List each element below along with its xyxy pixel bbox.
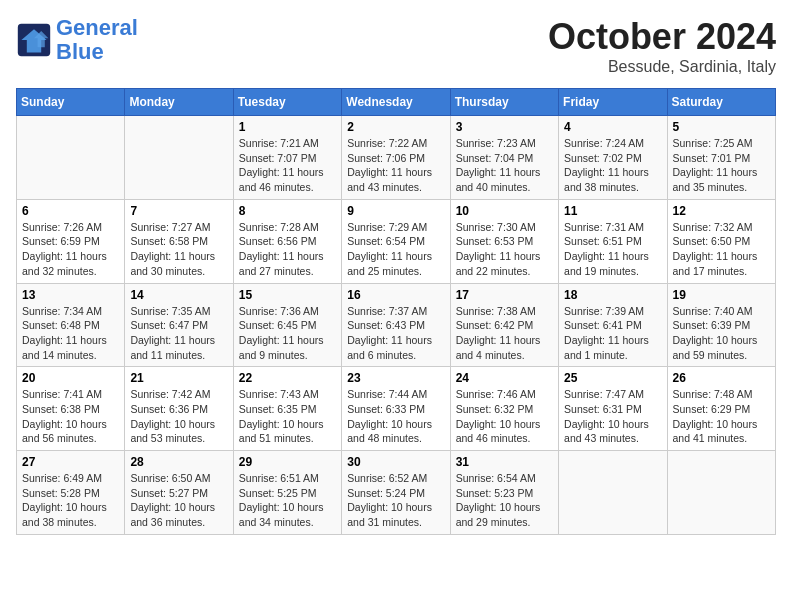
calendar-cell: 5Sunrise: 7:25 AMSunset: 7:01 PMDaylight…	[667, 116, 775, 200]
day-info: Sunrise: 7:23 AMSunset: 7:04 PMDaylight:…	[456, 136, 553, 195]
day-number: 3	[456, 120, 553, 134]
calendar-cell: 6Sunrise: 7:26 AMSunset: 6:59 PMDaylight…	[17, 199, 125, 283]
day-info: Sunrise: 7:39 AMSunset: 6:41 PMDaylight:…	[564, 304, 661, 363]
day-info: Sunrise: 6:49 AMSunset: 5:28 PMDaylight:…	[22, 471, 119, 530]
day-info: Sunrise: 7:27 AMSunset: 6:58 PMDaylight:…	[130, 220, 227, 279]
calendar-cell	[559, 451, 667, 535]
day-info: Sunrise: 7:41 AMSunset: 6:38 PMDaylight:…	[22, 387, 119, 446]
header-cell-saturday: Saturday	[667, 89, 775, 116]
calendar-cell: 7Sunrise: 7:27 AMSunset: 6:58 PMDaylight…	[125, 199, 233, 283]
page-header: General Blue October 2024 Bessude, Sardi…	[16, 16, 776, 76]
calendar-cell: 9Sunrise: 7:29 AMSunset: 6:54 PMDaylight…	[342, 199, 450, 283]
calendar-cell: 31Sunrise: 6:54 AMSunset: 5:23 PMDayligh…	[450, 451, 558, 535]
day-number: 28	[130, 455, 227, 469]
day-info: Sunrise: 7:22 AMSunset: 7:06 PMDaylight:…	[347, 136, 444, 195]
day-number: 20	[22, 371, 119, 385]
week-row-3: 13Sunrise: 7:34 AMSunset: 6:48 PMDayligh…	[17, 283, 776, 367]
logo: General Blue	[16, 16, 138, 64]
day-number: 23	[347, 371, 444, 385]
day-number: 16	[347, 288, 444, 302]
day-number: 30	[347, 455, 444, 469]
calendar-cell: 12Sunrise: 7:32 AMSunset: 6:50 PMDayligh…	[667, 199, 775, 283]
logo-text: General Blue	[56, 16, 138, 64]
day-info: Sunrise: 7:42 AMSunset: 6:36 PMDaylight:…	[130, 387, 227, 446]
location: Bessude, Sardinia, Italy	[548, 58, 776, 76]
calendar-cell: 4Sunrise: 7:24 AMSunset: 7:02 PMDaylight…	[559, 116, 667, 200]
day-info: Sunrise: 7:47 AMSunset: 6:31 PMDaylight:…	[564, 387, 661, 446]
month-title: October 2024	[548, 16, 776, 58]
day-number: 13	[22, 288, 119, 302]
day-info: Sunrise: 7:35 AMSunset: 6:47 PMDaylight:…	[130, 304, 227, 363]
day-info: Sunrise: 7:32 AMSunset: 6:50 PMDaylight:…	[673, 220, 770, 279]
day-number: 1	[239, 120, 336, 134]
calendar-cell: 21Sunrise: 7:42 AMSunset: 6:36 PMDayligh…	[125, 367, 233, 451]
calendar-cell	[17, 116, 125, 200]
calendar-cell: 28Sunrise: 6:50 AMSunset: 5:27 PMDayligh…	[125, 451, 233, 535]
day-info: Sunrise: 7:34 AMSunset: 6:48 PMDaylight:…	[22, 304, 119, 363]
calendar-cell: 18Sunrise: 7:39 AMSunset: 6:41 PMDayligh…	[559, 283, 667, 367]
day-number: 27	[22, 455, 119, 469]
day-number: 9	[347, 204, 444, 218]
calendar-cell: 1Sunrise: 7:21 AMSunset: 7:07 PMDaylight…	[233, 116, 341, 200]
calendar-cell: 2Sunrise: 7:22 AMSunset: 7:06 PMDaylight…	[342, 116, 450, 200]
calendar-cell	[125, 116, 233, 200]
day-info: Sunrise: 7:38 AMSunset: 6:42 PMDaylight:…	[456, 304, 553, 363]
day-number: 18	[564, 288, 661, 302]
week-row-1: 1Sunrise: 7:21 AMSunset: 7:07 PMDaylight…	[17, 116, 776, 200]
day-info: Sunrise: 7:31 AMSunset: 6:51 PMDaylight:…	[564, 220, 661, 279]
calendar-cell: 11Sunrise: 7:31 AMSunset: 6:51 PMDayligh…	[559, 199, 667, 283]
week-row-2: 6Sunrise: 7:26 AMSunset: 6:59 PMDaylight…	[17, 199, 776, 283]
day-number: 5	[673, 120, 770, 134]
day-number: 31	[456, 455, 553, 469]
day-number: 6	[22, 204, 119, 218]
day-number: 19	[673, 288, 770, 302]
calendar-cell: 27Sunrise: 6:49 AMSunset: 5:28 PMDayligh…	[17, 451, 125, 535]
day-info: Sunrise: 7:43 AMSunset: 6:35 PMDaylight:…	[239, 387, 336, 446]
calendar-cell: 25Sunrise: 7:47 AMSunset: 6:31 PMDayligh…	[559, 367, 667, 451]
day-info: Sunrise: 7:21 AMSunset: 7:07 PMDaylight:…	[239, 136, 336, 195]
calendar-cell: 20Sunrise: 7:41 AMSunset: 6:38 PMDayligh…	[17, 367, 125, 451]
day-info: Sunrise: 7:36 AMSunset: 6:45 PMDaylight:…	[239, 304, 336, 363]
calendar-cell: 29Sunrise: 6:51 AMSunset: 5:25 PMDayligh…	[233, 451, 341, 535]
calendar-cell: 30Sunrise: 6:52 AMSunset: 5:24 PMDayligh…	[342, 451, 450, 535]
day-number: 11	[564, 204, 661, 218]
calendar-cell: 10Sunrise: 7:30 AMSunset: 6:53 PMDayligh…	[450, 199, 558, 283]
header-row: SundayMondayTuesdayWednesdayThursdayFrid…	[17, 89, 776, 116]
day-number: 24	[456, 371, 553, 385]
day-number: 25	[564, 371, 661, 385]
day-info: Sunrise: 7:46 AMSunset: 6:32 PMDaylight:…	[456, 387, 553, 446]
day-info: Sunrise: 6:50 AMSunset: 5:27 PMDaylight:…	[130, 471, 227, 530]
calendar-table: SundayMondayTuesdayWednesdayThursdayFrid…	[16, 88, 776, 535]
calendar-body: 1Sunrise: 7:21 AMSunset: 7:07 PMDaylight…	[17, 116, 776, 535]
header-cell-sunday: Sunday	[17, 89, 125, 116]
day-info: Sunrise: 7:30 AMSunset: 6:53 PMDaylight:…	[456, 220, 553, 279]
calendar-header: SundayMondayTuesdayWednesdayThursdayFrid…	[17, 89, 776, 116]
week-row-5: 27Sunrise: 6:49 AMSunset: 5:28 PMDayligh…	[17, 451, 776, 535]
day-info: Sunrise: 7:40 AMSunset: 6:39 PMDaylight:…	[673, 304, 770, 363]
calendar-cell: 19Sunrise: 7:40 AMSunset: 6:39 PMDayligh…	[667, 283, 775, 367]
day-number: 7	[130, 204, 227, 218]
day-number: 2	[347, 120, 444, 134]
week-row-4: 20Sunrise: 7:41 AMSunset: 6:38 PMDayligh…	[17, 367, 776, 451]
day-info: Sunrise: 7:37 AMSunset: 6:43 PMDaylight:…	[347, 304, 444, 363]
day-number: 26	[673, 371, 770, 385]
day-info: Sunrise: 7:25 AMSunset: 7:01 PMDaylight:…	[673, 136, 770, 195]
calendar-cell: 22Sunrise: 7:43 AMSunset: 6:35 PMDayligh…	[233, 367, 341, 451]
day-number: 29	[239, 455, 336, 469]
header-cell-friday: Friday	[559, 89, 667, 116]
calendar-cell: 23Sunrise: 7:44 AMSunset: 6:33 PMDayligh…	[342, 367, 450, 451]
calendar-cell: 8Sunrise: 7:28 AMSunset: 6:56 PMDaylight…	[233, 199, 341, 283]
calendar-cell: 24Sunrise: 7:46 AMSunset: 6:32 PMDayligh…	[450, 367, 558, 451]
header-cell-wednesday: Wednesday	[342, 89, 450, 116]
calendar-cell: 17Sunrise: 7:38 AMSunset: 6:42 PMDayligh…	[450, 283, 558, 367]
day-info: Sunrise: 7:28 AMSunset: 6:56 PMDaylight:…	[239, 220, 336, 279]
day-number: 14	[130, 288, 227, 302]
header-cell-monday: Monday	[125, 89, 233, 116]
day-number: 8	[239, 204, 336, 218]
calendar-cell: 16Sunrise: 7:37 AMSunset: 6:43 PMDayligh…	[342, 283, 450, 367]
header-cell-thursday: Thursday	[450, 89, 558, 116]
day-info: Sunrise: 7:29 AMSunset: 6:54 PMDaylight:…	[347, 220, 444, 279]
calendar-cell: 3Sunrise: 7:23 AMSunset: 7:04 PMDaylight…	[450, 116, 558, 200]
day-info: Sunrise: 7:26 AMSunset: 6:59 PMDaylight:…	[22, 220, 119, 279]
logo-icon	[16, 22, 52, 58]
